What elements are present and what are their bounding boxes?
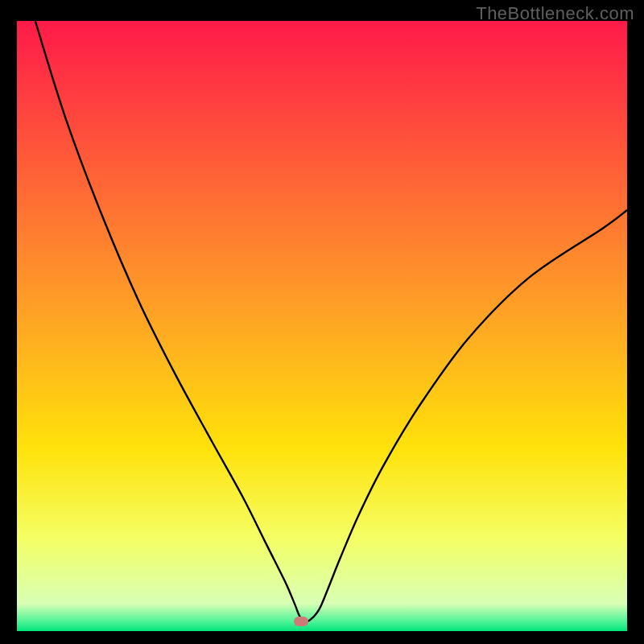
gradient-background: [17, 21, 627, 631]
plot-area: [17, 21, 627, 631]
watermark-text: TheBottleneck.com: [476, 3, 634, 24]
plot-svg: [17, 21, 627, 631]
optimal-point-marker: [294, 617, 308, 626]
chart-frame: TheBottleneck.com: [0, 0, 644, 644]
